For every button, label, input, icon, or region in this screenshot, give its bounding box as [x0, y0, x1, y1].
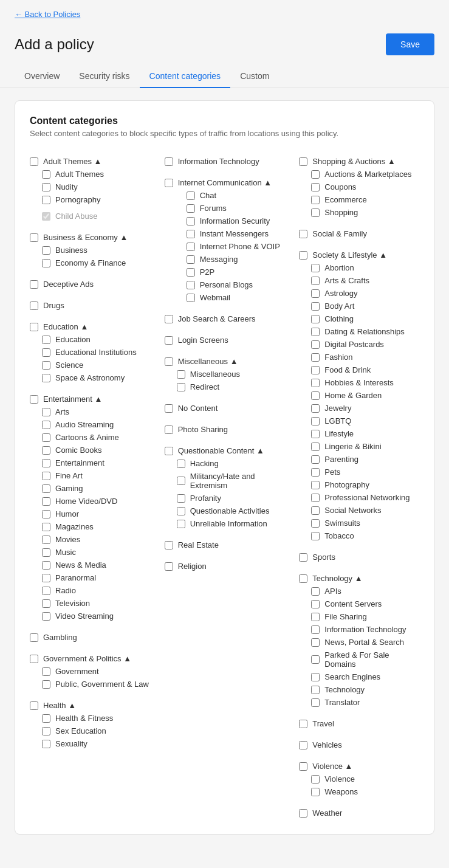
category-checkbox[interactable]: [299, 720, 307, 728]
category-checkbox[interactable]: [42, 561, 50, 570]
category-checkbox[interactable]: [311, 328, 320, 336]
category-checkbox[interactable]: [311, 673, 320, 681]
category-checkbox[interactable]: [311, 443, 320, 451]
category-checkbox[interactable]: [187, 255, 195, 264]
category-checkbox[interactable]: [42, 446, 50, 455]
category-checkbox[interactable]: [299, 741, 307, 749]
category-checkbox[interactable]: [165, 336, 173, 345]
category-checkbox[interactable]: [42, 667, 50, 676]
category-checkbox[interactable]: [42, 714, 50, 723]
category-checkbox[interactable]: [42, 484, 50, 493]
category-checkbox[interactable]: [42, 196, 50, 204]
category-checkbox[interactable]: [42, 536, 50, 544]
category-checkbox[interactable]: [42, 727, 50, 735]
category-checkbox[interactable]: [30, 323, 38, 331]
tab-content-categories[interactable]: Content categories: [140, 65, 231, 88]
category-checkbox[interactable]: [187, 191, 195, 200]
category-checkbox[interactable]: [311, 208, 320, 217]
category-checkbox[interactable]: [42, 246, 50, 255]
category-checkbox[interactable]: [42, 421, 50, 429]
save-button[interactable]: Save: [386, 33, 434, 55]
category-checkbox[interactable]: [42, 408, 50, 416]
category-checkbox[interactable]: [42, 510, 50, 518]
category-checkbox[interactable]: [42, 336, 50, 344]
category-checkbox[interactable]: [311, 506, 320, 515]
category-checkbox[interactable]: [177, 370, 185, 379]
category-checkbox[interactable]: [311, 600, 320, 608]
category-checkbox[interactable]: [299, 157, 307, 166]
category-checkbox[interactable]: [165, 562, 173, 571]
category-checkbox[interactable]: [42, 183, 50, 191]
category-checkbox[interactable]: [177, 507, 185, 515]
category-checkbox[interactable]: [165, 541, 173, 549]
category-checkbox[interactable]: [30, 701, 38, 710]
category-checkbox[interactable]: [177, 383, 185, 391]
category-checkbox[interactable]: [30, 655, 38, 663]
category-checkbox[interactable]: [42, 348, 50, 357]
category-checkbox[interactable]: [30, 280, 38, 289]
category-checkbox[interactable]: [311, 353, 320, 362]
category-checkbox[interactable]: [30, 395, 38, 404]
category-checkbox[interactable]: [311, 417, 320, 425]
category-checkbox[interactable]: [165, 425, 173, 434]
category-checkbox[interactable]: [42, 361, 50, 370]
tab-custom[interactable]: Custom: [230, 65, 279, 88]
category-checkbox[interactable]: [311, 430, 320, 438]
category-checkbox[interactable]: [311, 366, 320, 374]
category-checkbox[interactable]: [299, 574, 307, 583]
category-checkbox[interactable]: [42, 459, 50, 467]
category-checkbox[interactable]: [187, 204, 195, 213]
category-checkbox[interactable]: [311, 532, 320, 540]
category-checkbox[interactable]: [42, 599, 50, 608]
category-checkbox[interactable]: [177, 520, 185, 528]
category-checkbox[interactable]: [30, 233, 38, 242]
category-checkbox[interactable]: [187, 217, 195, 226]
category-checkbox[interactable]: [42, 374, 50, 382]
category-checkbox[interactable]: [42, 259, 50, 267]
category-checkbox[interactable]: [311, 277, 320, 285]
category-checkbox[interactable]: [42, 740, 50, 748]
category-checkbox[interactable]: [311, 519, 320, 528]
category-checkbox[interactable]: [42, 548, 50, 557]
category-checkbox[interactable]: [177, 460, 185, 468]
category-checkbox[interactable]: [299, 809, 307, 818]
category-checkbox[interactable]: [311, 655, 320, 664]
category-checkbox[interactable]: [42, 433, 50, 442]
category-checkbox[interactable]: [311, 170, 320, 179]
category-checkbox[interactable]: [165, 315, 173, 323]
category-checkbox[interactable]: [311, 455, 320, 464]
category-checkbox[interactable]: [311, 638, 320, 647]
category-checkbox[interactable]: [187, 294, 195, 302]
category-checkbox[interactable]: [30, 633, 38, 642]
category-checkbox[interactable]: [299, 762, 307, 771]
category-checkbox[interactable]: [311, 183, 320, 191]
category-checkbox[interactable]: [42, 574, 50, 582]
category-checkbox[interactable]: [311, 788, 320, 796]
tab-security-risks[interactable]: Security risks: [69, 65, 139, 88]
category-checkbox[interactable]: [187, 243, 195, 251]
category-checkbox[interactable]: [177, 477, 185, 485]
category-checkbox[interactable]: [311, 315, 320, 323]
category-checkbox[interactable]: [311, 698, 320, 707]
category-checkbox[interactable]: [165, 357, 173, 366]
category-checkbox[interactable]: [187, 268, 195, 277]
category-checkbox[interactable]: [311, 587, 320, 596]
category-checkbox[interactable]: [187, 230, 195, 238]
category-checkbox[interactable]: [311, 775, 320, 784]
category-checkbox[interactable]: [311, 494, 320, 502]
category-checkbox[interactable]: [311, 379, 320, 387]
category-checkbox[interactable]: [42, 587, 50, 595]
category-checkbox[interactable]: [311, 302, 320, 311]
category-checkbox[interactable]: [187, 281, 195, 289]
category-checkbox[interactable]: [299, 553, 307, 562]
category-checkbox[interactable]: [311, 340, 320, 349]
category-checkbox[interactable]: [42, 212, 50, 221]
category-checkbox[interactable]: [42, 523, 50, 531]
category-checkbox[interactable]: [311, 468, 320, 477]
tab-overview[interactable]: Overview: [15, 65, 69, 88]
category-checkbox[interactable]: [311, 264, 320, 272]
category-checkbox[interactable]: [311, 289, 320, 298]
category-checkbox[interactable]: [311, 686, 320, 694]
category-checkbox[interactable]: [165, 447, 173, 455]
category-checkbox[interactable]: [311, 391, 320, 400]
